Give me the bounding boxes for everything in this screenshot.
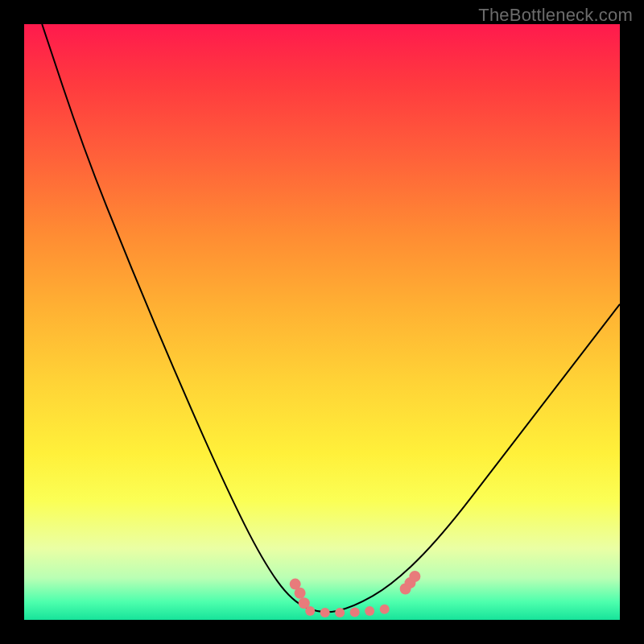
plot-area bbox=[24, 24, 620, 620]
marker-group bbox=[290, 571, 421, 617]
marker-dot bbox=[350, 607, 360, 617]
marker-dot bbox=[320, 608, 330, 617]
chart-frame: TheBottleneck.com bbox=[0, 0, 644, 644]
marker-dot bbox=[380, 605, 390, 614]
watermark-text: TheBottleneck.com bbox=[478, 5, 633, 26]
marker-dot bbox=[295, 588, 306, 599]
marker-dot bbox=[305, 606, 315, 616]
marker-dot bbox=[409, 571, 420, 582]
marker-dot bbox=[365, 606, 374, 616]
chart-svg bbox=[24, 24, 620, 620]
curve-path bbox=[42, 24, 620, 612]
marker-dot bbox=[335, 608, 345, 617]
